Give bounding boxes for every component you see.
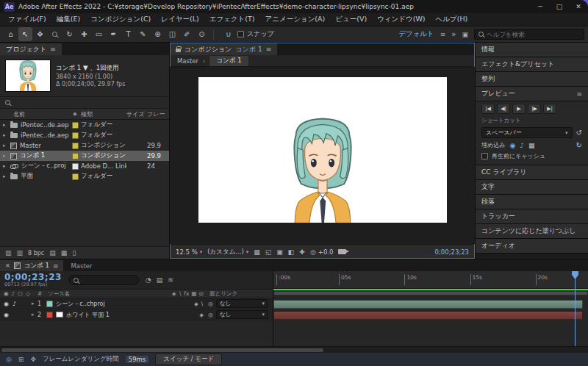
current-time-display[interactable]: 0;00;23;23 00713 (29.97 fps) [4, 273, 62, 287]
project-row-master[interactable]: ▸Master コンポジション29.9 [0, 140, 169, 151]
label-chip[interactable] [72, 122, 79, 129]
composition-mini-flowchart-icon[interactable]: ◔ [146, 276, 151, 284]
menu-view[interactable]: ビュー(V) [330, 15, 372, 24]
cache-checkbox[interactable] [481, 153, 488, 159]
composition-viewport[interactable] [170, 67, 475, 244]
home-icon[interactable]: ⌂ [4, 27, 18, 41]
next-frame-button[interactable]: |▶ [528, 104, 541, 114]
hand-tool[interactable]: ✥ [33, 27, 47, 41]
panel-preview[interactable]: プレビュー ≡ [476, 87, 588, 101]
menu-help[interactable]: ヘルプ(H) [431, 15, 473, 24]
snap-toggle[interactable]: ∪ スナップ [223, 27, 274, 41]
project-row-scene-link[interactable]: ▸シーン - c..proj Adobe D... Link24 [0, 161, 169, 171]
scrollbar-thumb[interactable] [1, 348, 323, 352]
layer-visibility-toggle[interactable]: ◉ [4, 312, 9, 318]
time-ruler[interactable]: :00s 05s 10s 15s 20s [273, 271, 588, 289]
twirl-icon[interactable]: ▸ [3, 163, 7, 169]
timeline-timecode[interactable]: 0;00;23;23 [4, 273, 62, 281]
layer-source-name[interactable]: ホワイト 平面 1 [66, 311, 110, 319]
share-icon[interactable]: ▣ [462, 31, 468, 38]
panel-menu-icon[interactable]: ≡ [50, 46, 56, 53]
column-size[interactable]: サイズ [126, 110, 147, 118]
lock-icon[interactable] [176, 49, 181, 52]
layer-switches[interactable]: ◈ ∖ [159, 301, 208, 307]
pick-whip-icon[interactable]: ◎ [208, 312, 213, 318]
project-row-folder-1[interactable]: ▸iPentec..de.aep フォルダー [0, 120, 169, 130]
breadcrumb-master[interactable]: Master [177, 57, 198, 65]
panel-paragraph[interactable]: 段落 [476, 195, 588, 209]
layer-row-2[interactable]: ◉ ♪ ▸ 2 ホワイト 平面 1 ◈ ◎ なし [0, 309, 273, 320]
label-chip[interactable] [72, 153, 79, 159]
status-toggle-icon-1[interactable]: ◎ [6, 356, 12, 363]
twirl-icon[interactable]: ▸ [3, 173, 7, 179]
overlays-icon[interactable]: ▦ [528, 142, 535, 149]
help-search-field[interactable] [474, 29, 584, 40]
zoom-tool[interactable] [48, 27, 62, 41]
column-type[interactable]: 種類 [81, 110, 126, 118]
workspace-selector[interactable]: デフォルト [398, 29, 434, 39]
previous-frame-button[interactable]: ◀| [497, 104, 510, 114]
exposure-control[interactable]: ◎ +0.0 [310, 248, 334, 256]
panel-effects-presets[interactable]: エフェクト&プリセット [476, 57, 588, 71]
type-tool[interactable]: T [121, 27, 135, 41]
project-row-solids-folder[interactable]: ▸平面 フォルダー [0, 171, 169, 182]
close-button[interactable]: ✕ [569, 0, 588, 13]
clone-stamp-tool[interactable]: ⊕ [151, 27, 165, 41]
panel-character[interactable]: 文字 [476, 180, 588, 194]
twirl-icon[interactable]: ▸ [32, 301, 37, 306]
layer-bar-1[interactable] [273, 300, 583, 309]
source-name-column[interactable]: ソース名 [48, 290, 159, 298]
label-chip[interactable] [72, 173, 79, 180]
current-time-indicator[interactable] [575, 271, 576, 346]
tab-composition[interactable]: コンポジション コンポ 1 ≡ [170, 43, 277, 55]
loop-icon[interactable]: ↻ [576, 141, 582, 149]
switches-modes-button[interactable]: スイッチ / モード [155, 354, 222, 365]
layer-switches[interactable]: ◈ [159, 312, 208, 318]
layer-bar-2[interactable] [273, 311, 583, 320]
panel-menu-icon[interactable]: ≡ [576, 90, 582, 98]
play-button[interactable]: ▶ [512, 104, 526, 114]
menu-edit[interactable]: 編集(E) [51, 15, 85, 24]
project-row-folder-2[interactable]: ▸iPentec..de.aep フォルダー [0, 130, 169, 140]
layer-audio-toggle[interactable]: ♪ [12, 301, 16, 307]
clear-icon[interactable]: ▥ [17, 249, 24, 256]
breadcrumb-comp1[interactable]: コンポ 1 [209, 56, 248, 66]
work-area-bar[interactable] [273, 291, 588, 295]
draft-3d-icon[interactable]: ▤ [157, 276, 163, 284]
view-layout-icon[interactable]: ✚ [299, 248, 305, 256]
panel-tracker[interactable]: トラッカー [476, 209, 588, 223]
selection-tool[interactable]: ↖ [18, 27, 32, 41]
project-bit-depth[interactable]: 8 bpc [28, 250, 44, 256]
snapshot-camera-icon[interactable] [338, 249, 346, 254]
status-toggle-icon-2[interactable]: ⊞ [18, 356, 24, 363]
graph-editor-icon[interactable]: ≋ [168, 276, 173, 284]
timeline-search-input[interactable] [82, 277, 134, 284]
panel-libraries[interactable]: CC ライブラリ [476, 165, 588, 179]
panel-info[interactable]: 情報 [476, 43, 588, 57]
magnification-dropdown[interactable]: 12.5 %▾ [176, 248, 202, 256]
menu-layer[interactable]: レイヤー(L) [156, 15, 204, 24]
reset-icon[interactable]: ↺ [576, 129, 582, 137]
maximize-button[interactable]: □ [550, 0, 569, 13]
menu-effect[interactable]: エフェクト(T) [204, 15, 260, 24]
twirl-icon[interactable]: ▸ [3, 153, 7, 159]
video-eye-icon[interactable]: ◉ [509, 142, 515, 149]
project-search-input[interactable] [14, 99, 164, 107]
new-folder-icon[interactable]: ▤ [49, 249, 56, 256]
footage-name[interactable]: コンポ 1 ▼ 、1回使用 [56, 64, 125, 73]
workspace-menu-icon[interactable]: ≡ [440, 31, 446, 38]
twirl-icon[interactable]: ▸ [3, 122, 7, 128]
workspace-overflow-icon[interactable]: » [451, 30, 456, 38]
eraser-tool[interactable]: ◫ [165, 27, 179, 41]
menu-animation[interactable]: アニメーション(A) [260, 15, 331, 24]
timeline-track-area[interactable]: :00s 05s 10s 15s 20s [273, 271, 588, 346]
composition-stage[interactable] [198, 77, 447, 223]
close-tab-icon[interactable]: ✕ [5, 262, 10, 269]
twirl-icon[interactable]: ▸ [32, 312, 37, 317]
transparency-grid-icon[interactable]: ◧ [288, 248, 295, 256]
project-row-comp1[interactable]: ▸コンポ 1 コンポジション29.9 [0, 151, 169, 161]
interpret-footage-icon[interactable]: ▥ [5, 249, 12, 256]
puppet-tool[interactable]: ⊙ [195, 27, 209, 41]
audio-icon[interactable]: ♪ [520, 142, 524, 149]
column-label-icon[interactable]: ◆ [69, 111, 81, 117]
